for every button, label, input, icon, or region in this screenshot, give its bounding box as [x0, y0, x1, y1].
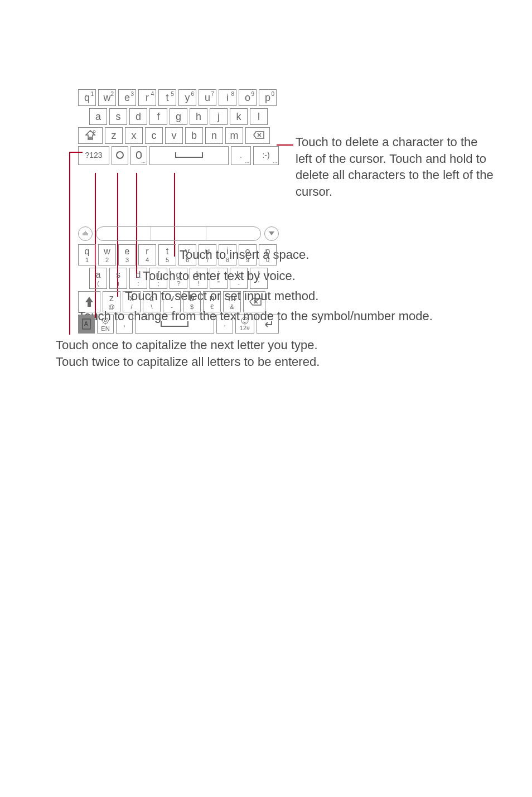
lang-key[interactable]: EN [97, 315, 114, 334]
space-icon [175, 152, 203, 158]
key2-i[interactable]: i8 [219, 244, 236, 265]
keyboard-2: q1w2e3r4t5y6u7i8o9p0 a(s)d:f;g?h!j"k-l' … [78, 226, 279, 334]
key-p[interactable]: 0p [259, 89, 277, 106]
key2-d[interactable]: d: [129, 268, 147, 289]
key-a[interactable]: a [89, 108, 107, 125]
key2-m[interactable]: m& [223, 291, 241, 312]
key-k[interactable]: k [230, 108, 248, 125]
key-e[interactable]: 3e [118, 89, 136, 106]
key-r[interactable]: 4r [138, 89, 156, 106]
space-key[interactable] [149, 146, 229, 165]
key-m[interactable]: m [225, 127, 243, 144]
shift-key[interactable] [78, 127, 103, 144]
anno-delete-1: Touch to delete a character to the left … [296, 134, 496, 200]
enter-key[interactable] [257, 315, 279, 334]
key2-q[interactable]: q1 [78, 244, 96, 265]
key2-r[interactable]: r4 [138, 244, 156, 265]
key2-e[interactable]: e3 [118, 244, 136, 265]
gear-icon [101, 316, 110, 325]
key-b[interactable]: b [185, 127, 203, 144]
input-method-key[interactable] [112, 146, 128, 165]
chevron-down-icon [268, 231, 275, 236]
suggestion-bar[interactable] [96, 226, 261, 241]
lang-label: EN [101, 325, 109, 332]
key-n[interactable]: n [205, 127, 223, 144]
key2-t[interactable]: t5 [158, 244, 176, 265]
return-icon [262, 320, 274, 329]
lead-line [69, 152, 83, 153]
key2-z[interactable]: z@ [103, 291, 120, 312]
emoticon-label: :-) [262, 150, 269, 161]
input-method-icon [116, 151, 124, 159]
suggestion-right-icon[interactable] [264, 226, 279, 241]
key-f[interactable]: f [149, 108, 167, 125]
key-i[interactable]: 8i [219, 89, 236, 106]
space-key-2[interactable] [135, 315, 214, 334]
suggestion-left-icon[interactable] [78, 226, 93, 241]
key-v[interactable]: v [165, 127, 183, 144]
key-l[interactable]: l [250, 108, 268, 125]
period-key[interactable]: .... [231, 146, 251, 165]
delete-key[interactable] [245, 127, 270, 144]
key2-w[interactable]: w2 [98, 244, 116, 265]
key2-c[interactable]: c\ [143, 291, 161, 312]
key2-a[interactable]: a( [89, 268, 107, 289]
keyboard-1: 1q2w3e4r5t6y7u8i9o0p asdfghjkl zxcvbnm ?… [78, 89, 279, 165]
key-d[interactable]: d [129, 108, 147, 125]
key-q[interactable]: 1q [78, 89, 96, 106]
symbols-label: 12# [240, 325, 250, 331]
key-t[interactable]: 5t [158, 89, 176, 106]
voice-key[interactable]: ... [130, 146, 147, 165]
key2-n[interactable]: n€ [203, 291, 221, 312]
lead-line [277, 144, 293, 146]
smile-icon [240, 317, 249, 325]
delete-key-2[interactable] [243, 291, 265, 312]
key2-f[interactable]: f; [149, 268, 167, 289]
key-y[interactable]: 6y [178, 89, 196, 106]
bars-icon [81, 230, 89, 238]
svg-point-0 [93, 131, 95, 133]
key-c[interactable]: c [145, 127, 163, 144]
predict-icon: A [81, 318, 91, 330]
svg-text:A: A [84, 321, 88, 327]
key-o[interactable]: 9o [239, 89, 257, 106]
comma-label: , [123, 320, 125, 328]
symbols-key[interactable]: 12# [235, 315, 254, 334]
lead-line [69, 152, 70, 335]
svg-point-6 [243, 319, 244, 320]
comma-key[interactable]: , [116, 315, 133, 334]
key-w[interactable]: 2w [98, 89, 116, 106]
key2-s[interactable]: s) [109, 268, 127, 289]
key2-o[interactable]: o9 [239, 244, 257, 265]
key-j[interactable]: j [210, 108, 228, 125]
key2-y[interactable]: y6 [178, 244, 196, 265]
predict-key[interactable]: A [78, 315, 95, 334]
anno-shift: Touch once to capitalize the next letter… [56, 337, 320, 369]
key2-l[interactable]: l' [250, 268, 268, 289]
key2-v[interactable]: v- [163, 291, 181, 312]
mode-key[interactable]: ?123 [78, 146, 109, 165]
key2-x[interactable]: x/ [123, 291, 141, 312]
key-u[interactable]: 7u [199, 89, 216, 106]
key2-j[interactable]: j" [210, 268, 228, 289]
key-g[interactable]: g [170, 108, 187, 125]
key-x[interactable]: x [125, 127, 143, 144]
mode-label: ?123 [85, 150, 102, 161]
key2-g[interactable]: g? [170, 268, 187, 289]
space-icon [161, 321, 188, 327]
key2-p[interactable]: p0 [259, 244, 277, 265]
period-key-2[interactable]: . [216, 315, 233, 334]
svg-point-5 [241, 317, 248, 324]
key2-k[interactable]: k- [230, 268, 248, 289]
key-z[interactable]: z [105, 127, 123, 144]
key2-h[interactable]: h! [190, 268, 207, 289]
emoticon-key[interactable]: :-)... [253, 146, 279, 165]
backspace-icon [250, 131, 265, 139]
key-h[interactable]: h [190, 108, 207, 125]
key2-b[interactable]: b$ [183, 291, 201, 312]
shift-key-2[interactable] [78, 291, 100, 312]
key2-u[interactable]: u7 [199, 244, 216, 265]
key-s[interactable]: s [109, 108, 127, 125]
period-label: . [240, 150, 242, 161]
backspace-icon [246, 297, 262, 306]
